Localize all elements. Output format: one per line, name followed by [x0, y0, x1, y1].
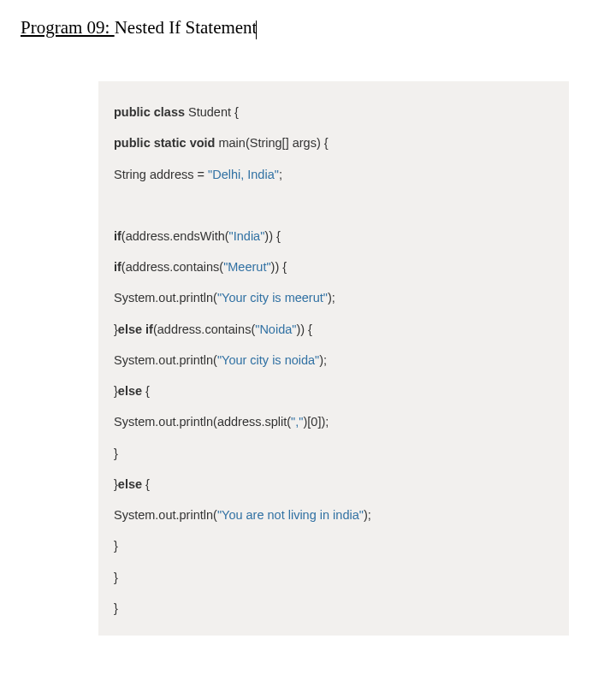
blank-line — [114, 190, 554, 221]
code-line: }else { — [114, 376, 554, 406]
code-line: System.out.println("You are not living i… — [114, 500, 554, 530]
code-text: ); — [328, 291, 335, 305]
string-literal: "," — [291, 415, 303, 429]
keyword: else — [118, 384, 142, 398]
code-text: Student { — [185, 105, 239, 119]
code-text: main(String[] args) { — [215, 136, 328, 150]
code-text: (address.contains( — [121, 260, 223, 274]
string-literal: "Meerut" — [223, 260, 270, 274]
code-text: ); — [319, 353, 327, 367]
string-literal: "You are not living in india" — [217, 508, 364, 522]
string-literal: "Noida" — [255, 322, 296, 336]
code-text: System.out.println(address.split( — [114, 415, 291, 429]
code-text: )[ — [303, 415, 311, 429]
keyword: else — [118, 477, 142, 491]
code-text: System.out.println( — [114, 508, 217, 522]
code-text: { — [142, 477, 150, 491]
code-text: ]); — [317, 415, 329, 429]
keyword: public class — [114, 105, 185, 119]
code-line: System.out.println(address.split(",")[0]… — [114, 406, 554, 437]
keyword: if — [114, 229, 121, 243]
code-line: }else if(address.contains("Noida")) { — [114, 314, 554, 345]
keyword: if — [114, 260, 121, 274]
string-literal: "Delhi, India" — [208, 168, 279, 181]
page-title: Program 09: Nested If Statement — [17, 17, 599, 38]
code-text: ); — [364, 508, 371, 522]
code-text: ; — [279, 168, 282, 181]
string-literal: "Your city is noida" — [217, 353, 319, 367]
keyword: public static void — [114, 136, 215, 150]
code-line: public class Student { — [114, 97, 554, 127]
code-line: }else { — [114, 469, 554, 500]
code-line: } — [114, 593, 554, 624]
string-literal: "India" — [229, 229, 265, 243]
code-block: public class Student { public static voi… — [98, 81, 569, 636]
code-line: String address = "Delhi, India"; — [114, 159, 554, 190]
code-text: } — [114, 571, 118, 584]
code-line: } — [114, 438, 554, 469]
code-text: )) { — [271, 260, 287, 274]
code-line: if(address.contains("Meerut")) { — [114, 251, 554, 282]
code-text: System.out.println( — [114, 291, 217, 305]
string-literal: "Your city is meerut" — [217, 291, 328, 305]
title-underline: Program 09: — [21, 17, 115, 38]
text-cursor — [256, 21, 257, 39]
code-line: public static void main(String[] args) { — [114, 127, 554, 158]
code-text: String address = — [114, 168, 208, 181]
code-line: } — [114, 562, 554, 593]
title-text: Nested If Statement — [115, 17, 258, 38]
code-text: )) { — [296, 322, 312, 336]
code-text: { — [142, 384, 150, 398]
code-line: if(address.endsWith("India")) { — [114, 221, 554, 251]
code-text: System.out.println( — [114, 353, 217, 367]
code-text: (address.contains( — [153, 322, 255, 336]
code-line: } — [114, 530, 554, 561]
code-text: } — [114, 447, 118, 460]
code-text: } — [114, 601, 118, 615]
code-line: System.out.println("Your city is noida")… — [114, 345, 554, 376]
code-text: (address.endsWith( — [121, 229, 229, 243]
keyword: else if — [118, 322, 153, 336]
code-text: } — [114, 539, 118, 553]
code-line: System.out.println("Your city is meerut"… — [114, 282, 554, 313]
code-text: )) { — [264, 229, 281, 243]
